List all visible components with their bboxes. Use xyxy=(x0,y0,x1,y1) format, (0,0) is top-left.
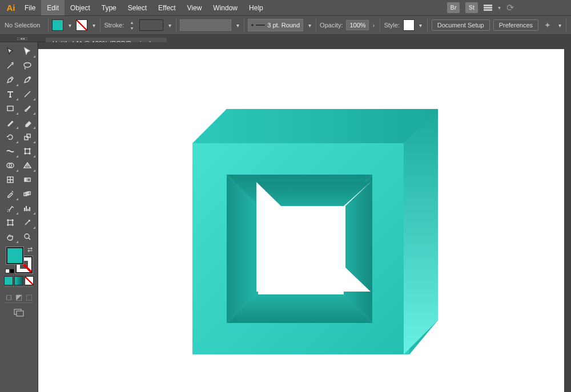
brush-definition[interactable]: 3 pt. Round xyxy=(248,19,303,31)
svg-rect-2 xyxy=(25,136,28,140)
style-label: Style: xyxy=(384,22,400,29)
line-tool[interactable] xyxy=(19,87,36,101)
brush-tool[interactable] xyxy=(19,101,36,115)
stroke-dropdown-icon[interactable]: ▾ xyxy=(91,22,96,29)
right-panel-collapsed[interactable] xyxy=(564,42,571,392)
lasso-tool[interactable] xyxy=(19,58,36,72)
screen-mode-icon[interactable] xyxy=(14,309,24,319)
shaper-tool[interactable] xyxy=(2,115,19,130)
svg-marker-33 xyxy=(404,109,438,354)
slice-tool[interactable] xyxy=(19,215,36,229)
toolpanel-grip[interactable] xyxy=(17,38,27,40)
width-profile-dropdown-icon[interactable]: ▾ xyxy=(235,22,240,29)
svg-rect-3 xyxy=(27,134,30,138)
topright-icons: Br St ▾ ⟳ xyxy=(447,2,514,13)
align-dropdown-icon[interactable]: ▾ xyxy=(557,22,562,29)
svg-rect-16 xyxy=(8,220,13,225)
eraser-tool[interactable] xyxy=(19,115,36,130)
artwork-overlay xyxy=(192,109,444,360)
svg-marker-32 xyxy=(192,109,438,143)
style-swatch[interactable] xyxy=(403,19,415,31)
document-setup-button[interactable]: Document Setup xyxy=(432,19,490,31)
selection-tool[interactable] xyxy=(2,44,19,58)
draw-normal-icon[interactable]: ◻ xyxy=(4,293,13,301)
perspective-grid-tool[interactable] xyxy=(19,158,36,172)
preferences-button[interactable]: Preferences xyxy=(493,19,538,31)
direct-selection-tool[interactable] xyxy=(19,44,36,58)
fill-swatch[interactable] xyxy=(52,19,63,31)
scale-tool[interactable] xyxy=(19,130,36,144)
type-tool[interactable] xyxy=(2,87,19,101)
align-to-icon[interactable]: ✦ xyxy=(542,21,553,30)
rotate-tool[interactable] xyxy=(2,130,19,144)
blend-tool[interactable] xyxy=(19,187,36,201)
hand-tool[interactable] xyxy=(2,229,19,244)
free-transform-tool[interactable] xyxy=(19,144,36,158)
svg-rect-12 xyxy=(25,178,30,181)
curvature-tool[interactable] xyxy=(19,72,36,87)
color-mode-gradient[interactable] xyxy=(14,276,23,285)
menu-type[interactable]: Type xyxy=(96,0,122,15)
stroke-weight-stepper[interactable]: ▴▾ xyxy=(127,20,136,31)
color-mode-none[interactable] xyxy=(25,276,34,285)
svg-point-7 xyxy=(25,153,26,154)
fill-dropdown-icon[interactable]: ▾ xyxy=(67,22,73,29)
svg-point-0 xyxy=(29,76,31,78)
canvas[interactable] xyxy=(38,49,564,392)
width-tool[interactable] xyxy=(2,144,19,158)
stroke-weight-field[interactable] xyxy=(139,19,163,31)
fill-stroke-indicator[interactable]: ⇄ xyxy=(5,246,33,273)
svg-point-17 xyxy=(25,234,29,239)
control-bar: No Selection ▾ ▾ Stroke: ▴▾ ▾ ▾ 3 pt. Ro… xyxy=(0,15,571,35)
svg-point-8 xyxy=(29,153,30,154)
bridge-icon[interactable]: Br xyxy=(447,2,460,13)
color-mode-solid[interactable] xyxy=(4,276,13,285)
style-dropdown-icon[interactable]: ▾ xyxy=(418,22,424,29)
default-fill-stroke-icon[interactable] xyxy=(5,269,14,273)
pen-tool[interactable] xyxy=(2,72,19,87)
column-graph-tool[interactable] xyxy=(19,201,36,215)
app-logo: Ai xyxy=(3,0,19,15)
mesh-tool[interactable] xyxy=(2,172,19,187)
draw-behind-icon[interactable]: ◩ xyxy=(14,293,23,301)
eyedropper-tool[interactable] xyxy=(2,187,19,201)
brush-def-dropdown-icon[interactable]: ▾ xyxy=(307,22,312,29)
svg-point-5 xyxy=(25,148,26,149)
menu-edit[interactable]: Edit xyxy=(41,0,65,15)
stroke-swatch[interactable] xyxy=(76,19,87,31)
swap-fill-stroke-icon[interactable]: ⇄ xyxy=(27,246,33,253)
selection-label: No Selection xyxy=(5,22,40,29)
fill-indicator[interactable] xyxy=(6,247,23,264)
opacity-input[interactable] xyxy=(346,20,369,30)
gpu-performance-icon[interactable]: ⟳ xyxy=(506,2,514,13)
shape-builder-tool[interactable] xyxy=(2,158,19,172)
menu-bar: Ai File Edit Object Type Select Effect V… xyxy=(0,0,571,15)
svg-rect-1 xyxy=(7,106,13,111)
opacity-label: Opacity: xyxy=(320,22,343,29)
svg-rect-19 xyxy=(17,311,23,316)
magic-wand-tool[interactable] xyxy=(2,58,19,72)
draw-inside-icon[interactable]: ⬚ xyxy=(25,293,34,301)
tool-panel: ⇄ ◻ ◩ ⬚ xyxy=(0,42,38,392)
menu-effect[interactable]: Effect xyxy=(152,0,181,15)
artboard-tool[interactable] xyxy=(2,215,19,229)
menu-object[interactable]: Object xyxy=(65,0,96,15)
menu-select[interactable]: Select xyxy=(122,0,152,15)
stock-icon[interactable]: St xyxy=(465,2,478,13)
gradient-tool[interactable] xyxy=(19,172,36,187)
rectangle-tool[interactable] xyxy=(2,101,19,115)
arrange-docs-icon[interactable] xyxy=(484,5,492,11)
menu-window[interactable]: Window xyxy=(207,0,243,15)
variable-width-profile[interactable] xyxy=(180,19,231,31)
opacity-dropdown-icon[interactable]: › xyxy=(371,22,376,29)
svg-point-6 xyxy=(29,148,30,149)
arrange-dropdown-icon[interactable]: ▾ xyxy=(498,5,501,11)
symbol-sprayer-tool[interactable] xyxy=(2,201,19,215)
menu-view[interactable]: View xyxy=(182,0,208,15)
menu-help[interactable]: Help xyxy=(243,0,269,15)
zoom-tool[interactable] xyxy=(19,229,36,244)
menu-file[interactable]: File xyxy=(19,0,41,15)
stroke-weight-dropdown-icon[interactable]: ▾ xyxy=(167,22,172,29)
stroke-label: Stroke: xyxy=(104,22,124,29)
